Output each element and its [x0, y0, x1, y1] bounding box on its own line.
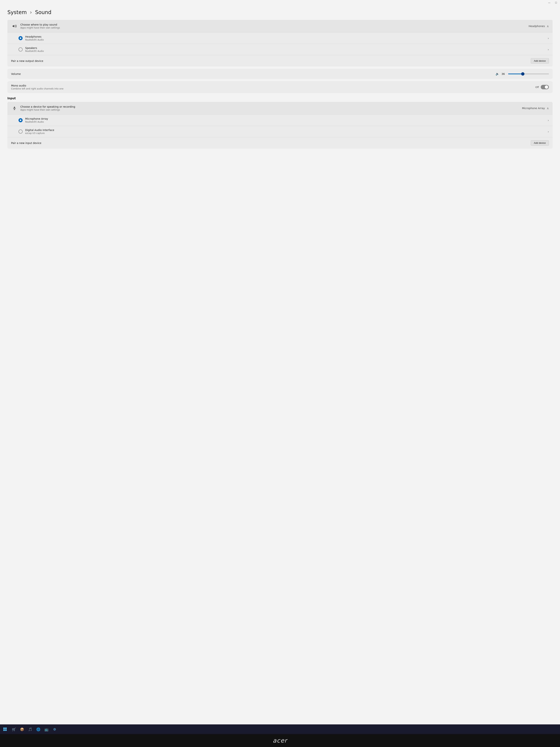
- volume-slider-fill: [508, 74, 523, 74]
- mono-audio-title: Mono audio: [11, 84, 535, 87]
- headphones-label: Headphones: [25, 35, 548, 38]
- headphones-radio[interactable]: [19, 36, 23, 40]
- edge-taskbar-icon[interactable]: 🌐: [35, 726, 42, 733]
- input-device-mic-array[interactable]: Microphone Array Realtek(R) Audio ›: [7, 115, 553, 126]
- digital-audio-right: ›: [548, 130, 549, 133]
- volume-value: 36: [502, 73, 506, 75]
- output-header-content: Choose where to play sound Apps might ha…: [20, 23, 529, 29]
- output-device-speakers[interactable]: Speakers Realtek(R) Audio ›: [7, 44, 553, 55]
- mic-array-radio[interactable]: [19, 118, 23, 122]
- main-content: System › Sound Choose where to play soun…: [0, 5, 560, 724]
- mono-audio-row: Mono audio Combine left and right audio …: [7, 81, 553, 93]
- output-header-sublabel: Apps might have their own settings: [20, 26, 529, 29]
- input-header-sublabel: Apps might have their own settings: [20, 108, 522, 111]
- add-output-device-button[interactable]: Add device: [531, 58, 549, 63]
- breadcrumb-system: System: [7, 9, 27, 16]
- settings-taskbar-icon[interactable]: ⚙: [51, 726, 58, 733]
- input-header-title: Choose a device for speaking or recordin…: [20, 105, 522, 108]
- digital-audio-content: Digital Audio Interface ezcap U3 capture: [25, 129, 548, 134]
- toggle-knob: [545, 85, 548, 89]
- mic-array-content: Microphone Array Realtek(R) Audio: [25, 117, 548, 123]
- input-header-right: Microphone Array ∧: [522, 106, 549, 110]
- output-current-device: Headphones: [529, 25, 545, 28]
- minimize-button[interactable]: —: [547, 1, 552, 4]
- digital-audio-driver: ezcap U3 capture: [25, 132, 548, 134]
- headphones-driver: Realtek(R) Audio: [25, 38, 548, 41]
- output-device-headphones[interactable]: Headphones Realtek(R) Audio ›: [7, 33, 553, 44]
- acer-logo-text: acer: [273, 737, 287, 744]
- pair-input-row: Pair a new input device Add device: [7, 137, 553, 149]
- mono-audio-card: Mono audio Combine left and right audio …: [7, 81, 553, 93]
- acer-logo-area: acer: [0, 734, 560, 747]
- sound-output-icon: [11, 23, 18, 29]
- volume-slider-thumb[interactable]: [521, 72, 525, 76]
- headphones-right: ›: [548, 36, 549, 40]
- svg-marker-0: [12, 25, 14, 27]
- output-section-card: Choose where to play sound Apps might ha…: [7, 20, 553, 67]
- dropbox-taskbar-icon[interactable]: 📦: [19, 726, 26, 733]
- headphones-content: Headphones Realtek(R) Audio: [25, 35, 548, 41]
- digital-audio-label: Digital Audio Interface: [25, 129, 548, 132]
- amazon-taskbar-icon[interactable]: 🛒: [10, 726, 18, 733]
- output-header-right: Headphones ∧: [529, 24, 549, 28]
- speakers-right: ›: [548, 48, 549, 51]
- volume-controls: 🔉 36: [496, 72, 549, 76]
- mono-audio-state: Off: [535, 86, 539, 88]
- tv-taskbar-icon[interactable]: 📺: [43, 726, 50, 733]
- microphone-icon: [11, 105, 18, 111]
- page-title: System › Sound: [7, 9, 553, 16]
- digital-audio-radio[interactable]: [19, 129, 23, 134]
- input-device-digital-audio[interactable]: Digital Audio Interface ezcap U3 capture…: [7, 126, 553, 137]
- mic-array-label: Microphone Array: [25, 117, 548, 120]
- speakers-content: Speakers Realtek(R) Audio: [25, 47, 548, 52]
- input-section-label: Input: [7, 97, 553, 100]
- speakers-chevron[interactable]: ›: [548, 48, 549, 51]
- input-collapse-chevron[interactable]: ∧: [547, 106, 549, 110]
- volume-icon: 🔉: [496, 72, 499, 76]
- mic-array-right: ›: [548, 119, 549, 122]
- taskbar: 🛒 📦 🎵 🌐 📺 ⚙: [0, 724, 560, 734]
- volume-slider-track[interactable]: [508, 74, 549, 74]
- output-header-title: Choose where to play sound: [20, 23, 529, 26]
- speakers-label: Speakers: [25, 47, 548, 49]
- mono-audio-sublabel: Combine left and right audio channels in…: [11, 87, 535, 90]
- mic-array-driver: Realtek(R) Audio: [25, 121, 548, 123]
- headphones-chevron[interactable]: ›: [548, 36, 549, 40]
- settings-window: — ☐ System › Sound: [0, 0, 560, 747]
- mono-audio-right: Off: [535, 85, 549, 89]
- pair-output-row: Pair a new output device Add device: [7, 55, 553, 67]
- breadcrumb-sep: ›: [30, 9, 32, 16]
- pair-output-label: Pair a new output device: [11, 59, 43, 62]
- speakers-driver: Realtek(R) Audio: [25, 50, 548, 52]
- speakers-radio[interactable]: [19, 47, 23, 52]
- mic-array-chevron[interactable]: ›: [548, 119, 549, 122]
- pair-input-label: Pair a new input device: [11, 141, 41, 145]
- output-header-row[interactable]: Choose where to play sound Apps might ha…: [7, 20, 553, 33]
- input-current-device: Microphone Array: [522, 107, 545, 110]
- volume-label: Volume: [11, 73, 496, 75]
- breadcrumb-sound: Sound: [35, 9, 51, 16]
- input-header-content: Choose a device for speaking or recordin…: [20, 105, 522, 111]
- title-bar: — ☐: [0, 0, 560, 5]
- add-input-device-button[interactable]: Add device: [531, 140, 549, 146]
- spotify-taskbar-icon[interactable]: 🎵: [27, 726, 34, 733]
- maximize-button[interactable]: ☐: [554, 1, 558, 4]
- output-collapse-chevron[interactable]: ∧: [547, 24, 549, 28]
- volume-row: Volume 🔉 36: [7, 69, 553, 79]
- digital-audio-chevron[interactable]: ›: [548, 130, 549, 133]
- input-section-card: Choose a device for speaking or recordin…: [7, 102, 553, 149]
- input-header-row[interactable]: Choose a device for speaking or recordin…: [7, 102, 553, 115]
- svg-rect-1: [14, 107, 15, 108]
- mono-audio-toggle[interactable]: [541, 85, 549, 89]
- start-button[interactable]: [1, 726, 8, 733]
- mono-audio-content: Mono audio Combine left and right audio …: [11, 84, 535, 90]
